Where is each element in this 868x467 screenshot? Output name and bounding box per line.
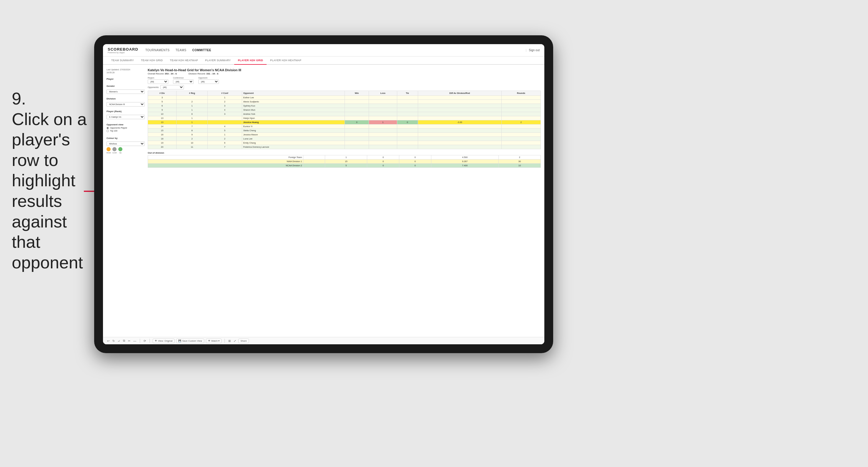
up-dot xyxy=(118,147,122,151)
cell-tie: 0 xyxy=(397,120,418,124)
view-original-btn[interactable]: 👁 View: Original xyxy=(153,339,175,343)
cell-conf: 1 xyxy=(208,133,242,137)
radio-label-top-100: Top 100 xyxy=(110,130,117,132)
cell-opponent: Esther Lee xyxy=(242,96,345,100)
cell-rounds: 10 xyxy=(498,164,540,168)
cell-reg: 2 xyxy=(177,100,208,104)
col-div: # Div xyxy=(148,91,177,96)
sub-nav-team-h2h-heatmap[interactable]: TEAM H2H HEATMAP xyxy=(166,57,202,65)
cell-tie xyxy=(397,129,418,133)
grid-table: # Div # Reg # Conf Opponent Win Loss Tie… xyxy=(148,91,541,149)
cell-rounds: 2 xyxy=(498,155,540,159)
cut-icon[interactable]: ✂ xyxy=(127,339,131,343)
cell-div: 16 xyxy=(148,133,177,137)
col-loss: Loss xyxy=(369,91,397,96)
cell-rounds xyxy=(501,133,540,137)
cell-win xyxy=(345,108,369,112)
gender-section: Gender Women's xyxy=(106,85,145,94)
cell-tie: 0 xyxy=(399,159,431,164)
cell-opponent: Emily Chang xyxy=(242,141,345,145)
share-btn[interactable]: Share xyxy=(238,339,249,343)
col-reg: # Reg xyxy=(177,91,208,96)
copy-icon[interactable]: ⧉ xyxy=(122,338,126,343)
grid-icon[interactable]: ⊞ xyxy=(228,339,231,343)
division-label: Division xyxy=(106,97,145,100)
sub-nav-team-summary[interactable]: TEAM SUMMARY xyxy=(108,57,137,65)
region-filter-select[interactable]: (All) xyxy=(148,80,168,84)
cell-conf xyxy=(208,120,242,124)
opponent-view-section: Opponent view Opponents Played Top 100 xyxy=(106,123,145,133)
sub-nav-player-h2h-heatmap[interactable]: PLAYER H2H HEATMAP xyxy=(267,57,305,65)
sub-nav-player-h2h-grid[interactable]: PLAYER H2H GRID xyxy=(234,57,267,65)
table-row[interactable]: Foreign Team 1 0 0 4.500 2 xyxy=(148,155,541,159)
logo-title: SCOREBOARD xyxy=(108,47,138,52)
sub-nav-player-summary[interactable]: PLAYER SUMMARY xyxy=(202,57,234,65)
table-row[interactable]: 10 6 3 Andrea York xyxy=(148,112,541,116)
table-row[interactable]: 20 11 7 Federica Domecq Lacroze xyxy=(148,145,541,149)
cycle-icon[interactable]: ⟳ xyxy=(143,339,147,343)
cell-loss xyxy=(369,124,397,129)
cell-tie xyxy=(397,116,418,120)
cell-rounds xyxy=(501,145,540,149)
cell-div: 9 xyxy=(148,108,177,112)
top-nav: SCOREBOARD Powered by clippd TOURNAMENTS… xyxy=(103,44,544,57)
cell-rounds xyxy=(501,141,540,145)
radio-top-100[interactable]: Top 100 xyxy=(106,130,145,132)
gender-select[interactable]: Women's xyxy=(106,89,145,94)
opponent-filter-select[interactable]: (All) xyxy=(198,80,219,84)
cell-reg: 7 xyxy=(177,124,208,129)
table-row[interactable]: 6 1 3 Sydney Kuo xyxy=(148,104,541,108)
save-icon: 💾 xyxy=(178,340,181,342)
cell-win xyxy=(345,116,369,120)
nav-teams[interactable]: TEAMS xyxy=(175,48,186,53)
redo-icon[interactable]: ↻ xyxy=(112,339,115,343)
col-tie: Tie xyxy=(397,91,418,96)
colour-by-select[interactable]: Win/loss xyxy=(106,142,145,146)
radio-opponents-played[interactable]: Opponents Played xyxy=(106,127,145,129)
cell-conf: 1 xyxy=(208,96,242,100)
cell-reg: 2 xyxy=(177,137,208,141)
nav-tournaments[interactable]: TOURNAMENTS xyxy=(145,48,170,53)
table-row[interactable]: 3 1 Esther Lee xyxy=(148,96,541,100)
cell-conf: 2 xyxy=(208,137,242,141)
table-row[interactable]: 9 1 4 Sharon Mun xyxy=(148,108,541,112)
watch-btn[interactable]: 👁 Watch ▾ xyxy=(206,339,222,343)
table-row[interactable]: 16 9 1 Jessica Mason xyxy=(148,133,541,137)
table-row[interactable]: 15 8 5 Stella Cheng xyxy=(148,129,541,133)
cell-div: 10 xyxy=(148,112,177,116)
minus-icon[interactable]: — xyxy=(133,339,137,343)
undo-icon[interactable]: ↩ xyxy=(106,339,110,343)
cell-tie xyxy=(397,108,418,112)
table-row[interactable]: 13 1 Heejo Hyun xyxy=(148,116,541,120)
down-label: Down xyxy=(106,152,111,154)
colour-dots xyxy=(106,147,145,151)
cell-loss xyxy=(369,104,397,108)
table-row[interactable]: 19 10 6 Emily Chang xyxy=(148,141,541,145)
annotation-text: 9. xyxy=(12,88,94,109)
sub-nav-team-h2h-grid[interactable]: TEAM H2H GRID xyxy=(137,57,166,65)
table-row[interactable]: 5 2 2 Alexis Sudjianto xyxy=(148,100,541,104)
table-row[interactable]: NAIA Division 1 15 0 0 9.267 30 xyxy=(148,159,541,164)
refresh-icon[interactable]: ⤾ xyxy=(117,339,121,343)
table-row[interactable]: 18 2 2 Luna Lee xyxy=(148,137,541,141)
cell-loss xyxy=(369,133,397,137)
cell-rounds xyxy=(501,137,540,141)
cell-conf: 5 xyxy=(208,129,242,133)
expand-icon[interactable]: ⤢ xyxy=(233,339,237,343)
sign-out-link[interactable]: Sign out xyxy=(529,49,539,52)
cell-name: NAIA Division 1 xyxy=(148,159,303,164)
division-select[interactable]: NCAA Division III xyxy=(106,102,145,106)
nav-committee[interactable]: COMMITTEE xyxy=(192,48,211,53)
conference-filter-select[interactable]: (All) xyxy=(173,80,194,84)
opponents-filter-select[interactable]: (All) xyxy=(160,85,184,89)
cell-win: 0 xyxy=(345,120,369,124)
save-custom-view-btn[interactable]: 💾 Save Custom View xyxy=(176,339,204,343)
table-row[interactable]: NCAA Division 2 5 0 0 7.400 10 xyxy=(148,164,541,168)
cell-loss xyxy=(369,108,397,112)
cell-reg: 10 xyxy=(177,141,208,145)
left-panel: Last Updated: 27/03/2024 16:55:28 Player… xyxy=(106,68,145,334)
table-row[interactable]: 14 7 4 Eunice Yi xyxy=(148,124,541,129)
table-row-selected[interactable]: 13 1 Jessica Huang 0 1 0 -3.00 2 xyxy=(148,120,541,124)
cell-rounds xyxy=(501,100,540,104)
player-rank-select[interactable]: 8. Katelyn Vo xyxy=(106,115,145,119)
